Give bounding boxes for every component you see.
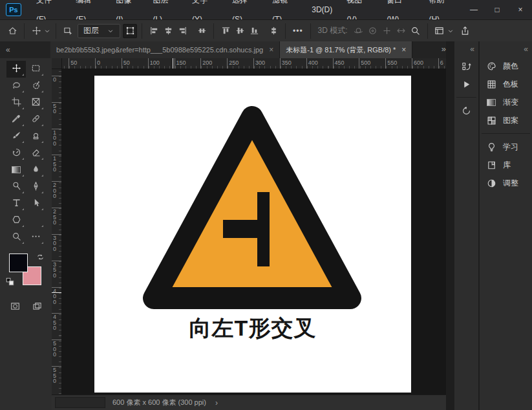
gradient-tool[interactable]: [6, 162, 26, 178]
actions-panel-button[interactable]: [454, 75, 478, 93]
collapse-tools-chevron[interactable]: «: [0, 41, 50, 58]
maximize-button[interactable]: □: [485, 0, 509, 19]
collapse-dock-chevron[interactable]: «: [480, 41, 532, 57]
marquee-icon: [31, 63, 41, 76]
panel-gradients[interactable]: 渐变: [480, 93, 532, 111]
panel-swatches[interactable]: 色板: [480, 75, 532, 93]
type-tool[interactable]: [6, 195, 26, 212]
distribute-vertical-icon[interactable]: [266, 24, 281, 38]
horizontal-ruler[interactable]: 50 0 50 100 150 200 250 300 350 400 450 …: [62, 58, 446, 69]
minimize-button[interactable]: —: [462, 0, 485, 19]
gradient-icon: [12, 164, 21, 176]
orbit-3d-icon[interactable]: [352, 24, 366, 38]
object-selection-tool[interactable]: [26, 78, 45, 94]
panel-learn[interactable]: 学习: [480, 138, 532, 156]
auto-select-target-dropdown[interactable]: 图层: [78, 24, 120, 38]
hand-tool[interactable]: [26, 212, 45, 229]
vertical-ruler[interactable]: 0 50 100 150 200 250 300 350 400 450 500…: [52, 69, 62, 394]
dodge-tool[interactable]: [6, 178, 26, 195]
auto-select-icon[interactable]: [61, 24, 75, 38]
distribute-horizontal-icon[interactable]: [195, 24, 209, 38]
transform-controls-icon[interactable]: [123, 24, 137, 38]
ruler-origin-corner[interactable]: [52, 58, 62, 69]
history-brush-tool[interactable]: [6, 145, 26, 162]
collapse-dock-chevron[interactable]: «: [454, 41, 478, 57]
home-icon[interactable]: [5, 24, 19, 38]
quick-mask-icon[interactable]: [6, 299, 23, 313]
move-tool[interactable]: [6, 61, 26, 78]
ruler-tick-label: 350: [280, 58, 292, 69]
lasso-tool[interactable]: [6, 78, 26, 94]
rectangular-marquee-tool[interactable]: [26, 61, 45, 78]
separator: [142, 23, 142, 39]
slide-3d-icon[interactable]: [394, 24, 409, 38]
chevron-down-icon[interactable]: [447, 24, 454, 38]
canvas[interactable]: 向左T形交叉: [94, 76, 411, 393]
menu-item[interactable]: 3D(D): [304, 0, 339, 19]
panel-libraries[interactable]: 库: [480, 156, 532, 174]
toolbar-bottom: [0, 299, 52, 313]
default-colors-icon[interactable]: [6, 277, 14, 288]
zoom-tool[interactable]: [6, 229, 26, 246]
align-center-icon[interactable]: [161, 24, 175, 38]
ruler-tick-label: 50: [52, 102, 61, 114]
frame-tool[interactable]: [26, 94, 45, 111]
panel-label: 学习: [503, 142, 518, 153]
brush-icon: [12, 131, 21, 143]
clone-stamp-tool[interactable]: [26, 128, 45, 145]
align-right-icon[interactable]: [175, 24, 189, 38]
roll-3d-icon[interactable]: [366, 24, 380, 38]
panel-list: « 颜色 色板 渐变 图案 学习 库 调整: [480, 41, 532, 410]
panel-adjustments[interactable]: 调整: [480, 174, 532, 192]
shape-icon: [12, 215, 21, 227]
share-icon[interactable]: [458, 24, 473, 38]
panel-color[interactable]: 颜色: [480, 57, 532, 75]
document-tab[interactable]: be2bb9b55b3.jpeg&refer=http___5b0988e595…: [50, 41, 280, 58]
tab-close-icon[interactable]: ×: [401, 45, 406, 54]
chevron-down-icon[interactable]: [43, 24, 51, 38]
healing-brush-tool[interactable]: [26, 111, 45, 128]
zoom-level-field[interactable]: [55, 397, 105, 408]
screen-mode-icon[interactable]: [432, 24, 447, 38]
eyedropper-tool[interactable]: [6, 111, 26, 128]
align-middle-icon[interactable]: [233, 24, 247, 38]
chevron-down-icon: [107, 24, 114, 38]
document-tab[interactable]: 未标题-1 @ 81.7% (背景, RGB/8) * ×: [280, 41, 412, 58]
ruler-tick-label: 250: [227, 58, 239, 69]
close-button[interactable]: ×: [509, 0, 532, 19]
edit-toolbar[interactable]: [26, 229, 45, 246]
ruler-tick-label: 450: [333, 58, 345, 69]
pan-3d-icon[interactable]: [380, 24, 394, 38]
revert-panel-button[interactable]: [454, 102, 478, 120]
tab-close-icon[interactable]: ×: [269, 45, 273, 54]
pen-tool[interactable]: [26, 178, 45, 195]
actions-play-icon: [461, 78, 473, 90]
eraser-tool[interactable]: [26, 145, 45, 162]
crop-tool[interactable]: [6, 94, 26, 111]
align-bottom-icon[interactable]: [247, 24, 261, 38]
history-panel-button[interactable]: [454, 57, 478, 75]
screen-mode-tool-icon[interactable]: [28, 299, 45, 313]
blur-tool[interactable]: [26, 162, 45, 178]
panel-label: 颜色: [503, 61, 518, 72]
zoom-3d-icon[interactable]: [409, 24, 423, 38]
more-options-button[interactable]: •••: [293, 27, 303, 36]
document-dimensions: 600 像素 x 600 像素 (300 ppi): [112, 398, 206, 407]
swap-colors-icon[interactable]: [36, 252, 45, 264]
move-icon: [12, 63, 21, 76]
panel-patterns[interactable]: 图案: [480, 111, 532, 129]
sign-caption-text: 向左T形交叉: [94, 314, 411, 343]
ruler-tick-label: 550: [52, 366, 61, 384]
path-selection-tool[interactable]: [26, 195, 45, 212]
move-tool-icon[interactable]: [29, 24, 43, 38]
align-left-icon[interactable]: [147, 24, 161, 38]
document-viewport[interactable]: 向左T形交叉: [62, 69, 446, 394]
swatches-icon: [485, 78, 497, 90]
foreground-color-swatch[interactable]: [9, 254, 28, 272]
status-options-chevron[interactable]: ›: [215, 398, 218, 407]
shape-tool[interactable]: [6, 212, 26, 229]
ruler-tick-label: 50: [69, 58, 77, 69]
lasso-icon: [12, 80, 21, 92]
brush-tool[interactable]: [6, 128, 26, 145]
align-top-icon[interactable]: [218, 24, 233, 38]
